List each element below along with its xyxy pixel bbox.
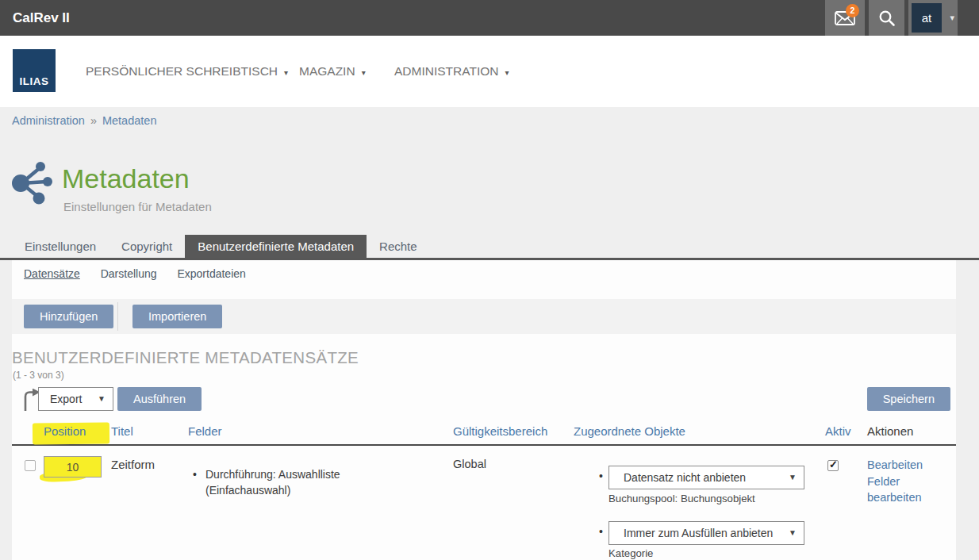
subtab-darstellung[interactable]: Darstellung bbox=[101, 267, 157, 280]
column-header-felder[interactable]: Felder bbox=[188, 424, 222, 438]
chevron-down-icon bbox=[284, 68, 288, 77]
user-menu[interactable]: at bbox=[908, 0, 958, 36]
row-scope: Global bbox=[453, 458, 486, 470]
nav-repository[interactable]: MAGAZIN bbox=[299, 36, 366, 107]
table-header-row: Position Titel Felder Gültigkeitsbereich… bbox=[12, 422, 956, 446]
app-title: CalRev II bbox=[13, 0, 70, 36]
tab-einstellungen[interactable]: Einstellungen bbox=[12, 235, 109, 258]
tab-rechte[interactable]: Rechte bbox=[367, 235, 430, 258]
search-button[interactable] bbox=[869, 0, 904, 36]
active-checkbox[interactable] bbox=[827, 460, 839, 471]
mail-count-badge: 2 bbox=[846, 4, 859, 17]
select-arrow-icon bbox=[98, 388, 106, 410]
assigned-object-select-1[interactable]: Datensatz nicht anbieten bbox=[609, 466, 804, 489]
top-bar: CalRev II 2 at bbox=[0, 0, 979, 36]
column-header-zugeordnete-objekte[interactable]: Zugeordnete Objekte bbox=[574, 424, 685, 438]
chevron-down-icon bbox=[505, 68, 509, 77]
edit-link[interactable]: Bearbeiten bbox=[867, 457, 935, 474]
save-button[interactable]: Speichern bbox=[867, 387, 950, 411]
subtab-bar: Datensätze Darstellung Exportdateien bbox=[24, 267, 263, 280]
breadcrumb: Administration»Metadaten bbox=[12, 114, 156, 127]
mail-button[interactable] bbox=[825, 0, 865, 36]
column-header-position[interactable]: Position bbox=[44, 424, 86, 438]
import-button[interactable]: Importieren bbox=[132, 305, 222, 328]
subtab-exportdateien[interactable]: Exportdateien bbox=[177, 267, 245, 280]
tab-benutzerdefinierte-metadaten[interactable]: Benutzerdefinierte Metadaten bbox=[185, 235, 367, 258]
edit-fields-link[interactable]: Felder bearbeiten bbox=[867, 474, 935, 506]
column-header-aktiv[interactable]: Aktiv bbox=[825, 424, 851, 438]
ilias-admin-page: CalRev II 2 at ILIAS PERSÖNLICHER SCHREI… bbox=[0, 0, 979, 560]
bullet-icon: • bbox=[599, 470, 603, 482]
page-title: Metadaten bbox=[62, 163, 190, 194]
row-select-checkbox[interactable] bbox=[25, 460, 36, 471]
column-header-titel[interactable]: Titel bbox=[111, 424, 133, 438]
page-subtitle: Einstellungen für Metadaten bbox=[63, 200, 212, 213]
table-row: Zeitform Durchführung: Auswahlliste (Ein… bbox=[12, 449, 956, 560]
user-avatar[interactable]: at bbox=[912, 3, 942, 33]
main-header: ILIAS PERSÖNLICHER SCHREIBTISCH MAGAZIN … bbox=[0, 36, 979, 107]
nav-personal-desktop[interactable]: PERSÖNLICHER SCHREIBTISCH bbox=[86, 36, 288, 107]
action-toolbar: Hinzufügen Importieren bbox=[12, 299, 956, 334]
assigned-object-select-2[interactable]: Immer zum Ausfüllen anbieten bbox=[609, 521, 804, 545]
chevron-down-icon bbox=[950, 0, 954, 36]
position-input[interactable] bbox=[44, 456, 102, 478]
tab-bar: Einstellungen Copyright Benutzerdefinier… bbox=[12, 235, 430, 258]
field-item: Durchführung: Auswahlliste (Einfachauswa… bbox=[193, 467, 382, 498]
table-section-title: BENUTZERDEFINIERTE METADATENSÄTZE bbox=[12, 348, 359, 367]
execute-button[interactable]: Ausführen bbox=[117, 387, 202, 411]
assigned-object-caption-2: Kategorie bbox=[609, 547, 653, 559]
nav-administration[interactable]: ADMINISTRATION bbox=[394, 36, 509, 107]
select-arrow-icon bbox=[789, 466, 797, 489]
chevron-down-icon bbox=[362, 68, 366, 77]
breadcrumb-administration[interactable]: Administration bbox=[12, 114, 85, 127]
add-button[interactable]: Hinzufügen bbox=[24, 305, 113, 328]
search-icon bbox=[878, 10, 896, 27]
metadata-share-icon bbox=[10, 159, 56, 205]
column-header-gueltigkeitsbereich[interactable]: Gültigkeitsbereich bbox=[453, 424, 547, 438]
bulk-action-select[interactable]: Export bbox=[38, 387, 113, 411]
tab-copyright[interactable]: Copyright bbox=[109, 235, 185, 258]
subtab-datensaetze[interactable]: Datensätze bbox=[24, 267, 80, 280]
row-actions: Bearbeiten Felder bearbeiten bbox=[867, 457, 935, 506]
table-range-info: (1 - 3 von 3) bbox=[13, 370, 64, 381]
ilias-logo[interactable]: ILIAS bbox=[13, 49, 56, 92]
select-arrow-icon bbox=[789, 522, 797, 544]
column-header-aktionen: Aktionen bbox=[867, 424, 913, 438]
content-container: Datensätze Darstellung Exportdateien Hin… bbox=[12, 260, 956, 560]
row-title: Zeitform bbox=[111, 458, 155, 471]
bullet-icon: • bbox=[599, 525, 603, 538]
row-fields-list: Durchführung: Auswahlliste (Einfachauswa… bbox=[193, 467, 382, 498]
assigned-object-caption-1: Buchungspool: Buchungsobjekt bbox=[609, 493, 755, 504]
toolbar-divider bbox=[117, 302, 118, 331]
breadcrumb-metadaten[interactable]: Metadaten bbox=[102, 114, 157, 127]
